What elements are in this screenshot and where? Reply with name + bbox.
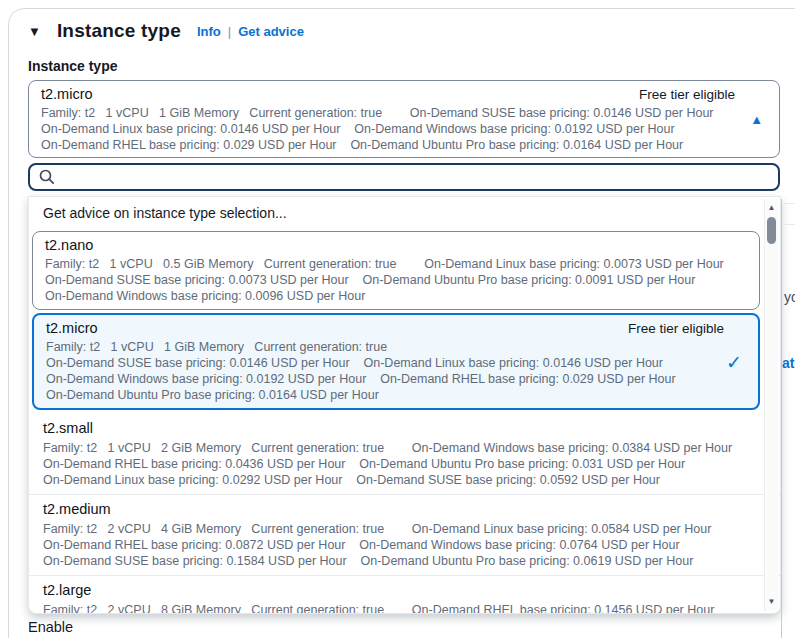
scroll-down-icon[interactable]: ▼ <box>765 595 778 609</box>
option-t2-small[interactable]: t2.small Family: t2 1 vCPU 2 GiB Memory … <box>29 414 780 494</box>
right-panel-divider <box>781 199 782 638</box>
option-t2-large[interactable]: t2.large Family: t2 2 vCPU 8 GiB Memory … <box>29 575 780 614</box>
option-detail-line: On-Demand Linux base pricing: 0.0292 USD… <box>43 472 746 488</box>
right-panel-line <box>783 203 795 204</box>
option-detail-line: Family: t2 1 vCPU 0.5 GiB Memory Current… <box>45 256 725 272</box>
get-advice-option[interactable]: Get advice on instance type selection... <box>29 197 780 230</box>
option-title: t2.micro <box>46 320 98 336</box>
option-detail-line: Family: t2 1 vCPU 2 GiB Memory Current g… <box>43 440 746 456</box>
instance-type-select-control[interactable]: t2.micro Free tier eligible Family: t2 1… <box>28 80 780 158</box>
option-detail-line: On-Demand RHEL base pricing: 0.0872 USD … <box>43 537 746 553</box>
option-detail-line: On-Demand Windows base pricing: 0.0096 U… <box>45 288 725 304</box>
option-detail-line: On-Demand Windows base pricing: 0.0192 U… <box>46 371 724 387</box>
get-advice-link[interactable]: Get advice <box>238 24 304 39</box>
option-detail-line: Family: t2 2 vCPU 8 GiB Memory Current g… <box>43 602 746 614</box>
selected-check-icon: ✓ <box>726 350 742 373</box>
option-title: t2.nano <box>45 237 93 253</box>
option-title: t2.medium <box>43 501 111 517</box>
instance-type-field-label: Instance type <box>28 58 117 74</box>
selected-free-tier-badge: Free tier eligible <box>639 87 735 102</box>
option-detail-line: On-Demand RHEL base pricing: 0.0436 USD … <box>43 456 746 472</box>
option-title: t2.large <box>43 582 91 598</box>
dropdown-scrollbar[interactable]: ▲ ▼ <box>764 199 778 611</box>
link-divider: | <box>228 24 231 39</box>
search-box[interactable] <box>28 163 780 191</box>
clipped-text-fragment: yo <box>784 289 795 305</box>
selected-option-title: t2.micro <box>41 86 93 102</box>
option-t2-nano[interactable]: t2.nano Family: t2 1 vCPU 0.5 GiB Memory… <box>32 231 760 310</box>
option-detail-line: Family: t2 2 vCPU 4 GiB Memory Current g… <box>43 521 746 537</box>
section-header: ▼ Instance type Info | Get advice <box>28 20 304 42</box>
scrollbar-thumb[interactable] <box>767 217 776 244</box>
option-detail-line: On-Demand SUSE base pricing: 0.0073 USD … <box>45 272 725 288</box>
clipped-link-fragment: ate <box>782 355 795 371</box>
instance-type-dropdown: Get advice on instance type selection...… <box>28 196 781 614</box>
section-collapse-icon[interactable]: ▼ <box>28 24 41 39</box>
selected-detail-line: Family: t2 1 vCPU 1 GiB Memory Current g… <box>41 105 735 121</box>
selected-detail-line: On-Demand RHEL base pricing: 0.029 USD p… <box>41 137 735 153</box>
free-tier-badge: Free tier eligible <box>628 321 724 336</box>
option-detail-line: On-Demand Ubuntu Pro base pricing: 0.016… <box>46 387 724 403</box>
right-panel-line <box>783 224 795 225</box>
option-detail-line: On-Demand SUSE base pricing: 0.1584 USD … <box>43 553 746 569</box>
option-t2-micro-selected[interactable]: t2.micro Free tier eligible Family: t2 1… <box>32 313 760 410</box>
enable-field-label: Enable <box>28 619 73 635</box>
option-title: t2.small <box>43 420 93 436</box>
scroll-up-icon[interactable]: ▲ <box>765 201 778 215</box>
option-detail-line: Family: t2 1 vCPU 1 GiB Memory Current g… <box>46 339 724 355</box>
search-icon <box>38 168 56 186</box>
info-link[interactable]: Info <box>197 24 221 39</box>
option-detail-line: On-Demand SUSE base pricing: 0.0146 USD … <box>46 355 724 371</box>
instance-type-search-input[interactable] <box>56 167 770 187</box>
collapse-dropdown-icon[interactable]: ▲ <box>750 112 763 127</box>
section-title: Instance type <box>57 20 181 42</box>
option-t2-medium[interactable]: t2.medium Family: t2 2 vCPU 4 GiB Memory… <box>29 494 780 575</box>
selected-detail-line: On-Demand Linux base pricing: 0.0146 USD… <box>41 121 735 137</box>
